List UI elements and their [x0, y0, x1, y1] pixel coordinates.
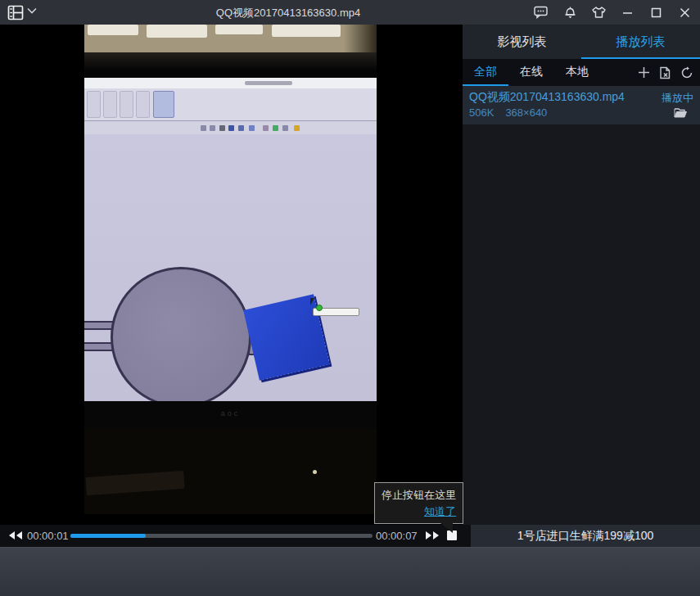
playlist-item-size: 506K [469, 106, 494, 119]
clear-playlist-icon[interactable] [659, 66, 671, 79]
title-bar: QQ视频20170413163630.mp4 [0, 0, 700, 25]
minimize-button[interactable] [616, 2, 638, 23]
player-window: QQ视频20170413163630.mp4 [0, 0, 700, 596]
close-button[interactable] [674, 2, 695, 23]
window-title: QQ视频20170413163630.mp4 [216, 6, 360, 20]
subtab-all[interactable]: 全部 [463, 59, 508, 86]
current-time: 00:00:01 [27, 530, 69, 542]
bottom-toolbar: 弹 [0, 547, 700, 596]
refresh-icon[interactable] [680, 66, 693, 79]
ad-banner[interactable]: 1号店进口生鲜满199减100 [471, 525, 700, 547]
subtab-local[interactable]: 本地 [554, 59, 600, 86]
monitor-top-bezel [84, 52, 377, 78]
tooltip-arrow [440, 523, 453, 533]
tooltip-got-it-link[interactable]: 知道了 [382, 504, 456, 519]
tooltip-text: 停止按钮在这里 [382, 488, 456, 503]
video-display[interactable]: aoc 播放 [0, 25, 463, 525]
total-time: 00:00:07 [376, 530, 418, 542]
app-logo-icon[interactable] [7, 4, 25, 21]
feedback-message-icon[interactable] [531, 2, 552, 23]
playlist-item-title: QQ视频20170413163630.mp4 [469, 90, 693, 105]
open-folder-icon[interactable] [674, 107, 687, 118]
seek-bar-fill [70, 534, 146, 538]
cad-circle-shape [111, 267, 251, 408]
playing-status-badge: 播放中 [662, 91, 693, 106]
fast-forward-icon[interactable] [425, 531, 440, 540]
monitor-bottom-bezel: aoc [84, 401, 377, 429]
cad-cursor [310, 298, 314, 305]
skin-theme-icon[interactable] [588, 2, 609, 23]
seek-row: 00:00:01 00:00:07 [0, 525, 471, 547]
notification-bell-icon[interactable] [559, 2, 580, 23]
seek-bar[interactable] [70, 534, 373, 538]
tab-movie-list[interactable]: 影视列表 [463, 25, 581, 59]
video-frame-content: aoc [84, 25, 377, 514]
tab-playlist[interactable]: 播放列表 [581, 25, 700, 59]
playlist: QQ视频20170413163630.mp4 播放中 506K 368×640 [463, 86, 700, 527]
keyboard-silhouette [85, 471, 184, 495]
sidebar: 影视列表 播放列表 全部 在线 本地 [463, 25, 700, 525]
subtab-online[interactable]: 在线 [508, 59, 554, 86]
playlist-item-resolution: 368×640 [505, 106, 547, 119]
sidebar-tabs: 影视列表 播放列表 [463, 25, 700, 59]
cad-canvas [84, 134, 377, 434]
rewind-icon[interactable] [7, 531, 23, 540]
add-file-icon[interactable] [638, 66, 650, 79]
video-desk-area [84, 429, 377, 514]
video-wall-background [84, 25, 377, 52]
playlist-item[interactable]: QQ视频20170413163630.mp4 播放中 506K 368×640 [463, 86, 700, 124]
main-menu-chevron-icon[interactable] [27, 7, 37, 14]
monitor-screen [84, 78, 377, 438]
maximize-button[interactable] [645, 2, 666, 23]
monitor-brand-label: aoc [221, 409, 241, 418]
stop-hint-tooltip: 停止按钮在这里 知道了 [374, 482, 463, 524]
